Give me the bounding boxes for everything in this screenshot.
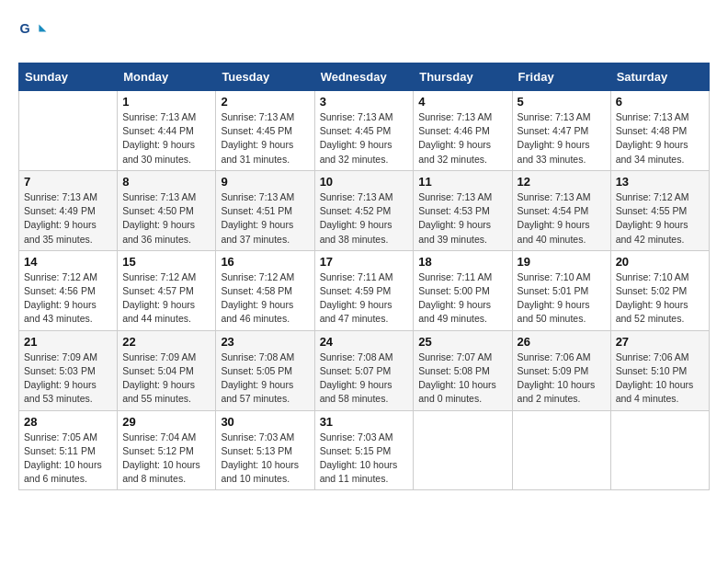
day-number: 19: [518, 255, 606, 269]
day-info: Sunrise: 7:13 AMSunset: 4:50 PMDaylight:…: [122, 190, 210, 247]
calendar-header-row: SundayMondayTuesdayWednesdayThursdayFrid…: [19, 63, 710, 91]
calendar-cell: 20Sunrise: 7:10 AMSunset: 5:02 PMDayligh…: [610, 250, 709, 330]
day-info: Sunrise: 7:06 AMSunset: 5:09 PMDaylight:…: [518, 350, 606, 407]
day-number: 4: [418, 95, 506, 109]
calendar-cell: 7Sunrise: 7:13 AMSunset: 4:49 PMDaylight…: [19, 170, 118, 250]
page-header: G: [18, 18, 710, 48]
calendar-week-row: 7Sunrise: 7:13 AMSunset: 4:49 PMDaylight…: [19, 170, 710, 250]
calendar-cell: [19, 91, 118, 171]
day-number: 3: [320, 95, 409, 109]
calendar-cell: [610, 410, 709, 490]
calendar-cell: 23Sunrise: 7:08 AMSunset: 5:05 PMDayligh…: [216, 330, 314, 410]
calendar-cell: 24Sunrise: 7:08 AMSunset: 5:07 PMDayligh…: [314, 330, 414, 410]
day-info: Sunrise: 7:09 AMSunset: 5:03 PMDaylight:…: [24, 350, 112, 407]
day-info: Sunrise: 7:05 AMSunset: 5:11 PMDaylight:…: [24, 431, 112, 487]
day-info: Sunrise: 7:12 AMSunset: 4:55 PMDaylight:…: [616, 190, 704, 247]
calendar-cell: 30Sunrise: 7:03 AMSunset: 5:13 PMDayligh…: [216, 410, 314, 490]
day-number: 16: [221, 255, 309, 269]
day-number: 21: [24, 335, 112, 349]
day-info: Sunrise: 7:08 AMSunset: 5:07 PMDaylight:…: [320, 350, 409, 407]
calendar-cell: 9Sunrise: 7:13 AMSunset: 4:51 PMDaylight…: [216, 170, 314, 250]
calendar-cell: 2Sunrise: 7:13 AMSunset: 4:45 PMDaylight…: [216, 91, 314, 171]
day-number: 26: [518, 335, 606, 349]
col-header-wednesday: Wednesday: [314, 63, 414, 91]
day-info: Sunrise: 7:13 AMSunset: 4:46 PMDaylight:…: [418, 110, 506, 167]
day-info: Sunrise: 7:07 AMSunset: 5:08 PMDaylight:…: [418, 350, 506, 407]
day-number: 2: [221, 95, 309, 109]
day-info: Sunrise: 7:11 AMSunset: 5:00 PMDaylight:…: [418, 270, 506, 327]
col-header-monday: Monday: [118, 63, 216, 91]
day-info: Sunrise: 7:10 AMSunset: 5:01 PMDaylight:…: [518, 270, 606, 327]
day-info: Sunrise: 7:13 AMSunset: 4:51 PMDaylight:…: [221, 190, 309, 247]
day-info: Sunrise: 7:08 AMSunset: 5:05 PMDaylight:…: [221, 350, 309, 407]
calendar-cell: 29Sunrise: 7:04 AMSunset: 5:12 PMDayligh…: [118, 410, 216, 490]
day-number: 18: [418, 255, 506, 269]
day-number: 8: [122, 175, 210, 189]
day-info: Sunrise: 7:09 AMSunset: 5:04 PMDaylight:…: [122, 350, 210, 407]
calendar-cell: 22Sunrise: 7:09 AMSunset: 5:04 PMDayligh…: [118, 330, 216, 410]
calendar-cell: 26Sunrise: 7:06 AMSunset: 5:09 PMDayligh…: [512, 330, 610, 410]
calendar-cell: 10Sunrise: 7:13 AMSunset: 4:52 PMDayligh…: [314, 170, 414, 250]
calendar-cell: 8Sunrise: 7:13 AMSunset: 4:50 PMDaylight…: [118, 170, 216, 250]
calendar-cell: 6Sunrise: 7:13 AMSunset: 4:48 PMDaylight…: [610, 91, 709, 171]
calendar-week-row: 1Sunrise: 7:13 AMSunset: 4:44 PMDaylight…: [19, 91, 710, 171]
calendar-cell: 28Sunrise: 7:05 AMSunset: 5:11 PMDayligh…: [19, 410, 118, 490]
day-number: 25: [418, 335, 506, 349]
calendar-cell: 14Sunrise: 7:12 AMSunset: 4:56 PMDayligh…: [19, 250, 118, 330]
calendar-cell: 13Sunrise: 7:12 AMSunset: 4:55 PMDayligh…: [610, 170, 709, 250]
calendar-cell: 25Sunrise: 7:07 AMSunset: 5:08 PMDayligh…: [414, 330, 512, 410]
calendar-cell: [512, 410, 610, 490]
day-number: 20: [616, 255, 704, 269]
calendar-cell: 5Sunrise: 7:13 AMSunset: 4:47 PMDaylight…: [512, 91, 610, 171]
calendar-week-row: 14Sunrise: 7:12 AMSunset: 4:56 PMDayligh…: [19, 250, 710, 330]
calendar-cell: 31Sunrise: 7:03 AMSunset: 5:15 PMDayligh…: [314, 410, 414, 490]
svg-marker-1: [39, 24, 46, 31]
day-info: Sunrise: 7:13 AMSunset: 4:48 PMDaylight:…: [616, 110, 704, 167]
day-info: Sunrise: 7:13 AMSunset: 4:45 PMDaylight:…: [221, 110, 309, 167]
day-info: Sunrise: 7:13 AMSunset: 4:54 PMDaylight:…: [518, 190, 606, 247]
day-number: 17: [320, 255, 409, 269]
day-number: 22: [122, 335, 210, 349]
day-number: 31: [320, 415, 409, 429]
col-header-saturday: Saturday: [610, 63, 709, 91]
day-info: Sunrise: 7:12 AMSunset: 4:56 PMDaylight:…: [24, 270, 112, 327]
day-info: Sunrise: 7:13 AMSunset: 4:47 PMDaylight:…: [518, 110, 606, 167]
day-number: 29: [122, 415, 210, 429]
day-number: 28: [24, 415, 112, 429]
day-info: Sunrise: 7:03 AMSunset: 5:15 PMDaylight:…: [320, 431, 409, 487]
day-info: Sunrise: 7:12 AMSunset: 4:58 PMDaylight:…: [221, 270, 309, 327]
day-number: 13: [616, 175, 704, 189]
day-number: 6: [616, 95, 704, 109]
calendar-week-row: 21Sunrise: 7:09 AMSunset: 5:03 PMDayligh…: [19, 330, 710, 410]
calendar-week-row: 28Sunrise: 7:05 AMSunset: 5:11 PMDayligh…: [19, 410, 710, 490]
day-number: 9: [221, 175, 309, 189]
day-number: 10: [320, 175, 409, 189]
calendar-cell: 11Sunrise: 7:13 AMSunset: 4:53 PMDayligh…: [414, 170, 512, 250]
logo: G: [18, 18, 50, 48]
calendar-cell: 18Sunrise: 7:11 AMSunset: 5:00 PMDayligh…: [414, 250, 512, 330]
calendar-cell: 12Sunrise: 7:13 AMSunset: 4:54 PMDayligh…: [512, 170, 610, 250]
calendar-body: 1Sunrise: 7:13 AMSunset: 4:44 PMDaylight…: [19, 91, 710, 490]
day-number: 14: [24, 255, 112, 269]
calendar-table: SundayMondayTuesdayWednesdayThursdayFrid…: [18, 63, 710, 490]
day-info: Sunrise: 7:13 AMSunset: 4:53 PMDaylight:…: [418, 190, 506, 247]
calendar-cell: 4Sunrise: 7:13 AMSunset: 4:46 PMDaylight…: [414, 91, 512, 171]
calendar-cell: 16Sunrise: 7:12 AMSunset: 4:58 PMDayligh…: [216, 250, 314, 330]
day-number: 5: [518, 95, 606, 109]
day-info: Sunrise: 7:03 AMSunset: 5:13 PMDaylight:…: [221, 431, 309, 487]
day-number: 11: [418, 175, 506, 189]
col-header-sunday: Sunday: [19, 63, 118, 91]
day-number: 15: [122, 255, 210, 269]
day-info: Sunrise: 7:12 AMSunset: 4:57 PMDaylight:…: [122, 270, 210, 327]
day-number: 30: [221, 415, 309, 429]
svg-text:G: G: [20, 21, 30, 36]
day-info: Sunrise: 7:13 AMSunset: 4:45 PMDaylight:…: [320, 110, 409, 167]
calendar-cell: 27Sunrise: 7:06 AMSunset: 5:10 PMDayligh…: [610, 330, 709, 410]
calendar-cell: 1Sunrise: 7:13 AMSunset: 4:44 PMDaylight…: [118, 91, 216, 171]
calendar-cell: [414, 410, 512, 490]
calendar-cell: 15Sunrise: 7:12 AMSunset: 4:57 PMDayligh…: [118, 250, 216, 330]
logo-icon: G: [18, 18, 48, 48]
col-header-tuesday: Tuesday: [216, 63, 314, 91]
col-header-friday: Friday: [512, 63, 610, 91]
day-info: Sunrise: 7:11 AMSunset: 4:59 PMDaylight:…: [320, 270, 409, 327]
